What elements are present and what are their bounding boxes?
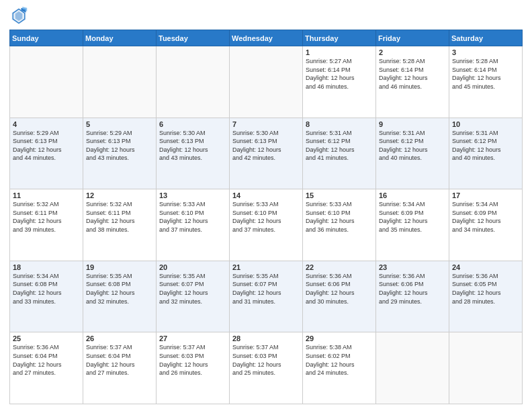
calendar-body: 1Sunrise: 5:27 AM Sunset: 6:14 PM Daylig… [10, 46, 523, 404]
calendar-week-3: 11Sunrise: 5:32 AM Sunset: 6:11 PM Dayli… [10, 189, 523, 261]
header [9, 7, 523, 26]
calendar-empty [376, 332, 449, 404]
day-info: Sunrise: 5:27 AM Sunset: 6:14 PM Dayligh… [306, 57, 373, 91]
calendar-day-8: 8Sunrise: 5:31 AM Sunset: 6:12 PM Daylig… [303, 118, 376, 189]
calendar-week-2: 4Sunrise: 5:29 AM Sunset: 6:13 PM Daylig… [10, 118, 523, 189]
calendar-day-15: 15Sunrise: 5:33 AM Sunset: 6:10 PM Dayli… [303, 189, 376, 261]
calendar-week-5: 25Sunrise: 5:36 AM Sunset: 6:04 PM Dayli… [10, 332, 523, 404]
day-number: 25 [13, 334, 80, 342]
calendar-header-row: SundayMondayTuesdayWednesdayThursdayFrid… [10, 30, 523, 46]
day-info: Sunrise: 5:31 AM Sunset: 6:12 PM Dayligh… [379, 129, 446, 163]
calendar-day-9: 9Sunrise: 5:31 AM Sunset: 6:12 PM Daylig… [376, 118, 449, 189]
day-info: Sunrise: 5:29 AM Sunset: 6:13 PM Dayligh… [86, 129, 153, 163]
day-number: 11 [13, 191, 80, 199]
day-number: 16 [379, 191, 446, 199]
calendar-day-2: 2Sunrise: 5:28 AM Sunset: 6:14 PM Daylig… [376, 46, 449, 118]
calendar-day-21: 21Sunrise: 5:35 AM Sunset: 6:07 PM Dayli… [230, 261, 303, 332]
day-number: 12 [86, 191, 153, 199]
day-number: 3 [452, 48, 519, 56]
calendar-day-24: 24Sunrise: 5:36 AM Sunset: 6:05 PM Dayli… [449, 261, 523, 332]
calendar-day-22: 22Sunrise: 5:36 AM Sunset: 6:06 PM Dayli… [303, 261, 376, 332]
calendar-header-wednesday: Wednesday [230, 30, 303, 46]
calendar-day-1: 1Sunrise: 5:27 AM Sunset: 6:14 PM Daylig… [303, 46, 376, 118]
calendar-header-saturday: Saturday [449, 30, 523, 46]
day-info: Sunrise: 5:37 AM Sunset: 6:03 PM Dayligh… [232, 343, 300, 377]
day-info: Sunrise: 5:32 AM Sunset: 6:11 PM Dayligh… [13, 200, 80, 234]
logo-icon [9, 7, 28, 26]
day-info: Sunrise: 5:33 AM Sunset: 6:10 PM Dayligh… [306, 200, 373, 234]
calendar-empty [157, 46, 230, 118]
calendar-day-5: 5Sunrise: 5:29 AM Sunset: 6:13 PM Daylig… [83, 118, 157, 189]
calendar-empty [10, 46, 83, 118]
calendar-day-11: 11Sunrise: 5:32 AM Sunset: 6:11 PM Dayli… [10, 189, 83, 261]
calendar-empty [83, 46, 157, 118]
day-info: Sunrise: 5:37 AM Sunset: 6:04 PM Dayligh… [86, 343, 153, 377]
day-number: 7 [232, 120, 300, 128]
calendar-day-4: 4Sunrise: 5:29 AM Sunset: 6:13 PM Daylig… [10, 118, 83, 189]
day-info: Sunrise: 5:35 AM Sunset: 6:07 PM Dayligh… [159, 272, 226, 306]
day-info: Sunrise: 5:35 AM Sunset: 6:08 PM Dayligh… [86, 272, 153, 306]
calendar-day-7: 7Sunrise: 5:30 AM Sunset: 6:13 PM Daylig… [230, 118, 303, 189]
calendar-header-thursday: Thursday [303, 30, 376, 46]
day-number: 6 [159, 120, 226, 128]
page: SundayMondayTuesdayWednesdayThursdayFrid… [0, 0, 532, 411]
day-number: 22 [306, 263, 373, 271]
calendar-week-4: 18Sunrise: 5:34 AM Sunset: 6:08 PM Dayli… [10, 261, 523, 332]
day-number: 29 [306, 334, 373, 342]
day-number: 17 [452, 191, 519, 199]
day-number: 26 [86, 334, 153, 342]
day-info: Sunrise: 5:30 AM Sunset: 6:13 PM Dayligh… [159, 129, 226, 163]
day-number: 15 [306, 191, 373, 199]
day-info: Sunrise: 5:38 AM Sunset: 6:02 PM Dayligh… [306, 343, 373, 377]
day-number: 19 [86, 263, 153, 271]
day-info: Sunrise: 5:34 AM Sunset: 6:08 PM Dayligh… [13, 272, 80, 306]
day-info: Sunrise: 5:34 AM Sunset: 6:09 PM Dayligh… [452, 200, 519, 234]
calendar-day-27: 27Sunrise: 5:37 AM Sunset: 6:03 PM Dayli… [157, 332, 230, 404]
day-info: Sunrise: 5:31 AM Sunset: 6:12 PM Dayligh… [452, 129, 519, 163]
calendar-header-sunday: Sunday [10, 30, 83, 46]
day-info: Sunrise: 5:33 AM Sunset: 6:10 PM Dayligh… [159, 200, 226, 234]
calendar-day-20: 20Sunrise: 5:35 AM Sunset: 6:07 PM Dayli… [157, 261, 230, 332]
day-info: Sunrise: 5:33 AM Sunset: 6:10 PM Dayligh… [232, 200, 300, 234]
calendar-day-18: 18Sunrise: 5:34 AM Sunset: 6:08 PM Dayli… [10, 261, 83, 332]
day-info: Sunrise: 5:36 AM Sunset: 6:04 PM Dayligh… [13, 343, 80, 377]
day-info: Sunrise: 5:36 AM Sunset: 6:06 PM Dayligh… [379, 272, 446, 306]
day-number: 21 [232, 263, 300, 271]
day-number: 27 [159, 334, 226, 342]
calendar-day-16: 16Sunrise: 5:34 AM Sunset: 6:09 PM Dayli… [376, 189, 449, 261]
day-info: Sunrise: 5:28 AM Sunset: 6:14 PM Dayligh… [452, 57, 519, 91]
logo [9, 7, 31, 26]
day-info: Sunrise: 5:36 AM Sunset: 6:05 PM Dayligh… [452, 272, 519, 306]
day-number: 10 [452, 120, 519, 128]
day-info: Sunrise: 5:34 AM Sunset: 6:09 PM Dayligh… [379, 200, 446, 234]
day-number: 2 [379, 48, 446, 56]
day-info: Sunrise: 5:28 AM Sunset: 6:14 PM Dayligh… [379, 57, 446, 91]
day-info: Sunrise: 5:31 AM Sunset: 6:12 PM Dayligh… [306, 129, 373, 163]
day-number: 4 [13, 120, 80, 128]
day-info: Sunrise: 5:37 AM Sunset: 6:03 PM Dayligh… [159, 343, 226, 377]
calendar-day-12: 12Sunrise: 5:32 AM Sunset: 6:11 PM Dayli… [83, 189, 157, 261]
day-number: 18 [13, 263, 80, 271]
calendar-empty [230, 46, 303, 118]
day-number: 9 [379, 120, 446, 128]
day-info: Sunrise: 5:32 AM Sunset: 6:11 PM Dayligh… [86, 200, 153, 234]
calendar-header-tuesday: Tuesday [157, 30, 230, 46]
calendar-day-13: 13Sunrise: 5:33 AM Sunset: 6:10 PM Dayli… [157, 189, 230, 261]
day-number: 28 [232, 334, 300, 342]
calendar-empty [449, 332, 523, 404]
calendar-header-friday: Friday [376, 30, 449, 46]
calendar-day-26: 26Sunrise: 5:37 AM Sunset: 6:04 PM Dayli… [83, 332, 157, 404]
day-info: Sunrise: 5:35 AM Sunset: 6:07 PM Dayligh… [232, 272, 300, 306]
calendar-day-3: 3Sunrise: 5:28 AM Sunset: 6:14 PM Daylig… [449, 46, 523, 118]
calendar-table: SundayMondayTuesdayWednesdayThursdayFrid… [9, 30, 523, 404]
calendar-day-25: 25Sunrise: 5:36 AM Sunset: 6:04 PM Dayli… [10, 332, 83, 404]
day-number: 20 [159, 263, 226, 271]
day-info: Sunrise: 5:30 AM Sunset: 6:13 PM Dayligh… [232, 129, 300, 163]
calendar-week-1: 1Sunrise: 5:27 AM Sunset: 6:14 PM Daylig… [10, 46, 523, 118]
day-number: 13 [159, 191, 226, 199]
day-number: 24 [452, 263, 519, 271]
calendar-day-6: 6Sunrise: 5:30 AM Sunset: 6:13 PM Daylig… [157, 118, 230, 189]
calendar-day-10: 10Sunrise: 5:31 AM Sunset: 6:12 PM Dayli… [449, 118, 523, 189]
day-number: 8 [306, 120, 373, 128]
calendar-day-23: 23Sunrise: 5:36 AM Sunset: 6:06 PM Dayli… [376, 261, 449, 332]
